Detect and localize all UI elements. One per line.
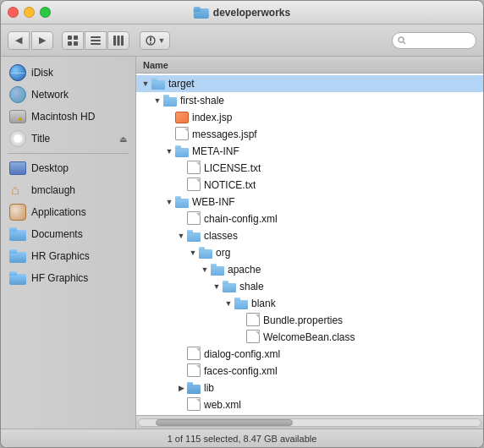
file-name: org [216, 247, 230, 259]
maximize-button[interactable] [40, 7, 51, 18]
sidebar-item-hr-graphics[interactable]: HR Graphics [1, 245, 135, 267]
sidebar-item-network[interactable]: Network [1, 84, 135, 106]
sidebar-item-hf-graphics[interactable]: HF Graphics [1, 267, 135, 289]
hf-graphics-icon-container [9, 270, 26, 287]
list-item[interactable]: ▼META-INF [136, 143, 483, 160]
eject-button[interactable]: ⏏ [119, 134, 127, 144]
sidebar-item-applications[interactable]: Applications [1, 201, 135, 223]
scrollbar-track[interactable] [138, 418, 481, 427]
file-name: Bundle.properties [263, 314, 343, 326]
hr-graphics-icon-container [9, 248, 26, 265]
list-item[interactable]: WelcomeBean.class [136, 329, 483, 346]
close-button[interactable] [8, 7, 19, 18]
nav-button-group: ◀ ▶ [8, 31, 53, 50]
list-item[interactable]: ▼apache [136, 261, 483, 278]
sidebar-label-hf-graphics: HF Graphics [31, 272, 88, 284]
expand-arrow[interactable] [163, 128, 175, 140]
expand-arrow[interactable]: ▼ [151, 95, 163, 107]
list-item[interactable]: web.xml [136, 396, 483, 413]
file-icon [187, 348, 201, 360]
documents-icon-container [9, 226, 26, 243]
expand-arrow[interactable]: ▼ [140, 78, 151, 90]
expand-arrow[interactable]: ▼ [163, 196, 175, 208]
list-item[interactable]: ▼WEB-INF [136, 194, 483, 210]
list-item[interactable]: messages.jspf [136, 126, 483, 143]
file-icon [234, 298, 248, 309]
cd-icon-container [9, 130, 26, 147]
list-item[interactable]: ▼first-shale [136, 92, 483, 109]
file-list[interactable]: ▼target▼first-shaleindex.jspmessages.jsp… [136, 74, 483, 415]
window-title-text: developerworks [213, 7, 290, 19]
forward-button[interactable]: ▶ [31, 31, 53, 50]
file-area: Name ▼target▼first-shaleindex.jspmessage… [136, 57, 483, 429]
sidebar-label-bmclaugh: bmclaugh [31, 184, 75, 196]
action-button[interactable]: ▼ [140, 31, 170, 50]
expand-arrow[interactable] [163, 112, 175, 123]
file-icon [163, 95, 177, 107]
svg-rect-0 [68, 36, 72, 40]
view-icon-button[interactable] [62, 31, 84, 50]
sidebar-item-title[interactable]: Title ⏏ [1, 128, 135, 150]
expand-arrow[interactable] [175, 365, 187, 377]
file-icon [211, 264, 224, 276]
list-item[interactable]: ▼classes [136, 227, 483, 244]
view-column-button[interactable] [107, 31, 129, 50]
expand-arrow[interactable] [175, 179, 187, 191]
list-item[interactable]: chain-config.xml [136, 210, 483, 227]
svg-rect-4 [91, 36, 101, 38]
file-name: META-INF [192, 145, 239, 157]
expand-arrow[interactable] [175, 399, 187, 411]
expand-arrow[interactable]: ▶ [175, 382, 187, 394]
list-item[interactable]: faces-config.xml [136, 363, 483, 380]
home-icon [9, 183, 26, 198]
status-text: 1 of 115 selected, 8.47 GB available [168, 434, 317, 444]
search-box[interactable] [392, 32, 476, 49]
hd-icon-container [9, 108, 26, 125]
scrollbar-thumb[interactable] [156, 419, 293, 426]
back-button[interactable]: ◀ [8, 31, 30, 50]
minimize-button[interactable] [24, 7, 35, 18]
file-icon [187, 213, 201, 225]
list-item[interactable]: ▼blank [136, 295, 483, 312]
expand-arrow[interactable]: ▼ [223, 298, 234, 309]
expand-arrow[interactable] [175, 162, 187, 174]
expand-arrow[interactable]: ▼ [175, 230, 187, 242]
list-item[interactable]: Bundle.properties [136, 312, 483, 329]
toolbar: ◀ ▶ [1, 25, 483, 57]
list-item[interactable]: index.jsp [136, 109, 483, 126]
expand-arrow[interactable] [234, 314, 246, 326]
idisk-icon [9, 64, 26, 81]
list-item[interactable]: NOTICE.txt [136, 177, 483, 194]
file-icon [175, 196, 189, 208]
expand-arrow[interactable]: ▼ [187, 247, 199, 259]
list-item[interactable]: ▼target [136, 75, 483, 92]
file-icon [246, 314, 260, 326]
svg-rect-11 [150, 37, 151, 41]
traffic-lights [8, 7, 51, 18]
sidebar-item-idisk[interactable]: iDisk [1, 62, 135, 84]
sidebar-label-desktop: Desktop [31, 162, 69, 174]
title-folder-icon [194, 7, 209, 19]
sidebar-item-macintosh-hd[interactable]: Macintosh HD [1, 106, 135, 128]
list-item[interactable]: ▼org [136, 244, 483, 261]
file-name: WEB-INF [192, 196, 235, 208]
sidebar-item-bmclaugh[interactable]: bmclaugh [1, 179, 135, 201]
expand-arrow[interactable] [175, 213, 187, 225]
expand-arrow[interactable] [234, 331, 246, 343]
list-item[interactable]: ▼shale [136, 278, 483, 295]
sidebar-item-documents[interactable]: Documents [1, 223, 135, 245]
svg-rect-12 [150, 42, 151, 44]
list-item[interactable]: LICENSE.txt [136, 160, 483, 177]
list-item[interactable]: dialog-config.xml [136, 346, 483, 363]
svg-line-14 [404, 41, 406, 44]
horizontal-scrollbar[interactable] [136, 415, 483, 429]
window-title: developerworks [194, 7, 290, 19]
expand-arrow[interactable]: ▼ [199, 264, 211, 276]
file-list-header: Name [136, 57, 483, 74]
expand-arrow[interactable] [175, 348, 187, 360]
sidebar-item-desktop[interactable]: Desktop [1, 157, 135, 179]
list-item[interactable]: ▶lib [136, 380, 483, 396]
expand-arrow[interactable]: ▼ [211, 281, 223, 292]
expand-arrow[interactable]: ▼ [163, 145, 175, 157]
view-list-button[interactable] [85, 31, 107, 50]
